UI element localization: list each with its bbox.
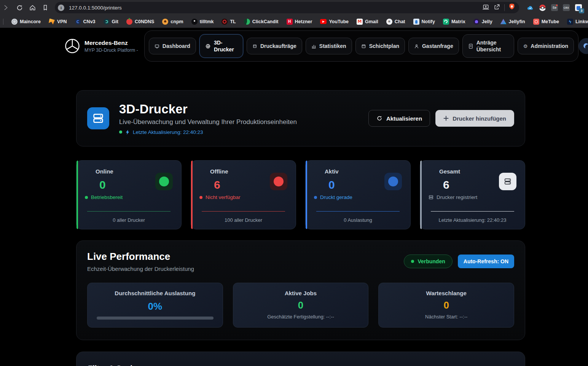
brand-subtitle: MYP 3D-Druck Platform - [84, 48, 138, 53]
print-jobs-icon [252, 44, 257, 49]
mercedes-logo-icon [65, 38, 80, 54]
status-dot [85, 196, 88, 199]
add-printer-button[interactable]: Drucker hinzufügen [435, 110, 514, 127]
pokeball-glyph [539, 5, 546, 11]
gear-icon: ⚙ [523, 43, 528, 49]
filter-search-card: Filter & Suche [76, 352, 525, 366]
stat-card-gesamt: Gesamt 6 Drucker registriert Letzte Aktu… [420, 160, 525, 229]
bookmark-git[interactable]: Git [104, 19, 118, 25]
cnpm-favicon [162, 19, 168, 25]
metric-footer: Geschätzte Fertigstellung: --:-- [267, 314, 334, 320]
maincore-favicon [11, 19, 18, 25]
stat-title: Online [96, 168, 113, 175]
pokeball-extension-icon[interactable] [539, 4, 546, 11]
printer-icon [205, 43, 211, 49]
bookmark-gmail[interactable]: MGmail [357, 19, 378, 25]
stat-value: 6 [443, 178, 460, 191]
wallet-extension-icon[interactable]: 3 [575, 4, 582, 11]
share-icon[interactable] [493, 3, 500, 12]
cloud-extension-icon[interactable] [527, 4, 534, 11]
jellyfin-favicon [500, 19, 507, 25]
stat-status-label: Drucker registriert [437, 194, 477, 200]
bookmark-vpn[interactable]: VPN [49, 19, 67, 25]
stat-status-label: Betriebsbereit [91, 194, 123, 200]
filter-search-title: Filter & Suche [88, 364, 513, 366]
bookmark-jelly[interactable]: Jelly [473, 19, 492, 25]
divider [3, 19, 3, 25]
home-button[interactable] [27, 2, 38, 13]
bookmark-tilltmk[interactable]: tilltmk [191, 19, 214, 25]
tab-3d-drucker[interactable]: 3D-Drucker [199, 34, 243, 58]
bookmark-jellyfin[interactable]: Jellyfin [500, 19, 525, 25]
bookmark-matrix[interactable]: Matrix [443, 19, 465, 25]
save-to-device-icon[interactable] [482, 3, 489, 12]
metrics-row: Durchschnittliche Auslastung 0% Aktive J… [87, 283, 514, 328]
crx-extension-icon[interactable]: CRX [563, 4, 570, 11]
metric-footer: Nächster Start: --:-- [425, 314, 467, 320]
connection-status-badge: Verbunden [404, 255, 452, 268]
bookmark-c0ndns[interactable]: C0NDNS [126, 19, 154, 25]
stat-value: 0 [99, 178, 113, 191]
linkwarden-favicon: ϟ [567, 19, 573, 25]
browser-chrome: i 127.0.0.1:5000/printers Se CRX 3 Mainc… [0, 0, 588, 28]
brand[interactable]: Mercedes-Benz MYP 3D-Druck Platform - [65, 38, 138, 54]
theme-toggle[interactable] [578, 38, 588, 54]
bookmark-hetzner[interactable]: HHetzner [287, 19, 312, 25]
app-page: Mercedes-Benz MYP 3D-Druck Platform - Da… [0, 28, 588, 366]
site-info-icon[interactable]: i [58, 5, 64, 11]
divider [504, 4, 505, 11]
offline-status-icon [270, 173, 287, 190]
bookmark-button[interactable] [40, 2, 51, 13]
tab-statistiken[interactable]: Statistiken [306, 38, 352, 54]
bookmark-maincore[interactable]: Maincore [11, 19, 41, 25]
metric-value: 0% [148, 301, 163, 312]
bookmark-tl[interactable]: TL [221, 19, 236, 25]
bookmark-metube[interactable]: MeTube [533, 19, 559, 25]
notify-favicon [413, 19, 419, 25]
tab-gastanfrage[interactable]: Gastanfrage [408, 38, 459, 54]
bookmark-cnv3[interactable]: CNv3 [75, 19, 96, 25]
dashboard-icon [155, 44, 159, 49]
bookmark-youtube[interactable]: YouTube [320, 19, 349, 24]
tl-favicon [221, 19, 228, 25]
tab-schichtplan[interactable]: Schichtplan [355, 38, 405, 54]
page-subtitle: Live-Überwachung und Verwaltung Ihrer Pr… [119, 118, 297, 126]
live-performance-subtitle: Echzeit-Überwachung der Druckerleistung [87, 266, 194, 272]
reload-button[interactable] [14, 2, 25, 13]
git-favicon [104, 19, 110, 25]
status-dot [314, 196, 317, 199]
bookmark-notify[interactable]: Notify [413, 19, 435, 25]
extension-badge: 3 [579, 8, 584, 13]
cnv3-favicon [75, 19, 81, 25]
bookmark-cnpm[interactable]: cnpm [162, 19, 183, 25]
selenium-extension-icon[interactable]: Se [551, 4, 558, 11]
bookmark-linkwarden[interactable]: ϟLinkwarden [567, 19, 588, 25]
refresh-button[interactable]: Aktualisieren [368, 110, 430, 127]
main-nav: Dashboard 3D-Drucker Druckaufträge Stati… [144, 30, 578, 62]
printer-tile-icon [87, 107, 109, 129]
url-bar[interactable]: i 127.0.0.1:5000/printers [55, 2, 519, 13]
bookmark-clickcandit[interactable]: ClickCandit [244, 19, 279, 25]
tab-dashboard[interactable]: Dashboard [149, 38, 196, 54]
bookmark-chat[interactable]: ✳Chat [386, 19, 405, 25]
tab-administration[interactable]: ⚙ Administration [518, 38, 574, 54]
status-dot [119, 130, 122, 134]
browser-toolbar: i 127.0.0.1:5000/printers Se CRX 3 [0, 0, 588, 15]
document-icon [468, 43, 473, 49]
brave-shields-icon[interactable] [508, 3, 515, 12]
tab-antraege-uebersicht[interactable]: Anträge Übersicht [462, 34, 514, 58]
live-performance-card: Live Performance Echzeit-Überwachung der… [76, 240, 525, 340]
reload-icon [16, 4, 23, 11]
forward-button[interactable] [1, 2, 12, 13]
auto-refresh-toggle[interactable]: Auto-Refresh: ON [458, 255, 514, 268]
gmail-favicon: M [357, 19, 363, 25]
stat-value: 0 [328, 178, 339, 191]
stat-title: Aktiv [325, 168, 339, 175]
stat-title: Gesamt [439, 168, 460, 175]
tab-druckauftraege[interactable]: Druckaufträge [247, 38, 302, 54]
hetzner-favicon: H [287, 19, 293, 25]
stat-value: 6 [214, 178, 228, 191]
stat-footer: Letzte Aktualisierung: 22:40:23 [429, 217, 516, 223]
bolt-icon [125, 129, 130, 135]
main-content: 3D-Drucker Live-Überwachung und Verwaltu… [76, 64, 525, 366]
